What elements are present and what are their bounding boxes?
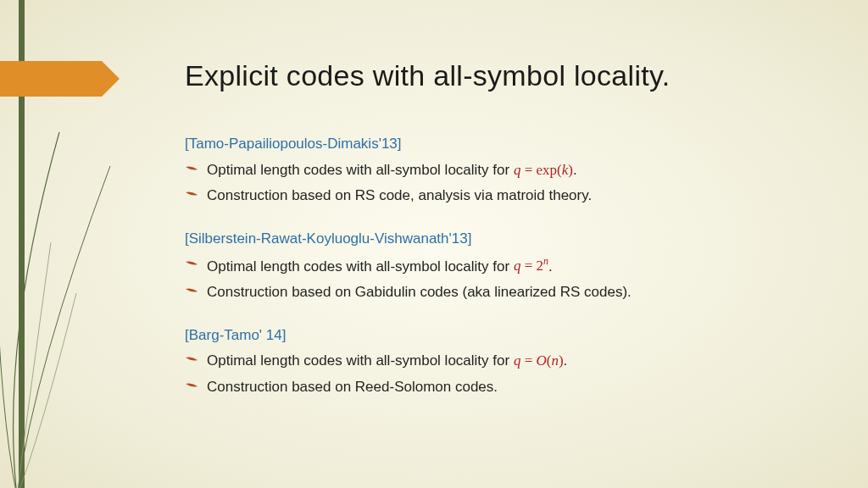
section-1: [Tamo-Papailiopoulos-Dimakis'13] Optimal… [185, 134, 795, 207]
math-expr: q = 2n [514, 258, 548, 274]
section-3: [Barg-Tamo' 14] Optimal length codes wit… [185, 325, 795, 398]
bullet-swoosh-icon [185, 355, 198, 365]
slide-title: Explicit codes with all-symbol locality. [185, 59, 670, 92]
bullet-swoosh-icon [185, 381, 198, 391]
reference-citation: [Silberstein-Rawat-Koyluoglu-Vishwanath'… [185, 229, 795, 250]
bullet-swoosh-icon [185, 286, 198, 297]
bullet-text: Construction based on RS code, analysis … [207, 186, 795, 207]
bullet-item: Construction based on RS code, analysis … [185, 186, 795, 207]
math-expr: q = exp(k) [514, 162, 573, 178]
bullet-text: Construction based on Reed-Solomon codes… [207, 377, 795, 398]
bullet-text: Optimal length codes with all-symbol loc… [207, 255, 795, 277]
bullet-swoosh-icon [185, 164, 198, 175]
bullet-swoosh-icon [185, 259, 198, 269]
bullet-text: Optimal length codes with all-symbol loc… [207, 160, 795, 181]
bullet-swoosh-icon [185, 190, 198, 200]
reference-citation: [Tamo-Papailiopoulos-Dimakis'13] [185, 134, 795, 155]
bullet-item: Construction based on Reed-Solomon codes… [185, 377, 795, 398]
reference-citation: [Barg-Tamo' 14] [185, 325, 795, 347]
bullet-text: Construction based on Gabidulin codes (a… [207, 282, 795, 303]
bullet-item: Optimal length codes with all-symbol loc… [185, 160, 795, 181]
accent-arrow [0, 61, 102, 97]
bullet-text: Optimal length codes with all-symbol loc… [207, 351, 795, 372]
math-expr: q = O(n) [514, 352, 564, 369]
bullet-item: Construction based on Gabidulin codes (a… [185, 282, 795, 303]
bullet-item: Optimal length codes with all-symbol loc… [185, 351, 795, 372]
slide-body: [Tamo-Papailiopoulos-Dimakis'13] Optimal… [185, 134, 795, 419]
section-2: [Silberstein-Rawat-Koyluoglu-Vishwanath'… [185, 229, 795, 303]
bullet-item: Optimal length codes with all-symbol loc… [185, 255, 795, 277]
